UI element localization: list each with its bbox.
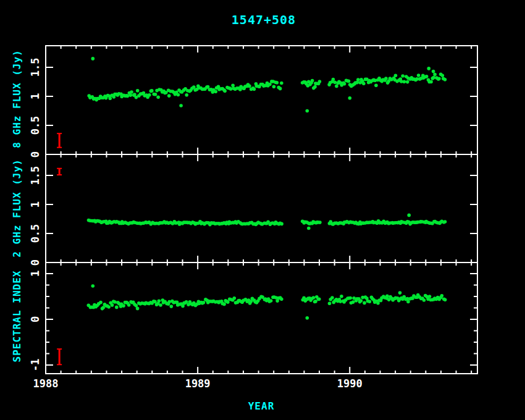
data-point — [129, 93, 133, 97]
panel-8ghz-flux: 00.511.5 — [29, 46, 477, 158]
data-point — [181, 304, 185, 308]
data-point — [432, 76, 435, 80]
x-ticks-2ghz-flux — [61, 154, 472, 262]
data-point — [136, 307, 140, 311]
panel-border-8ghz-flux — [46, 46, 477, 154]
data-point — [214, 90, 217, 93]
data-point — [167, 300, 171, 304]
y-tick-label: 1 — [29, 201, 41, 208]
data-point — [428, 295, 432, 298]
data-point — [269, 299, 273, 303]
data-point — [368, 300, 372, 303]
x-axis-label: YEAR — [248, 400, 275, 412]
data-point — [374, 83, 378, 87]
outlier-point — [91, 57, 95, 61]
y-ticks-spectral-index — [46, 274, 477, 365]
y-axis-label-2ghz: 2 GHz FLUX (Jy) — [11, 159, 23, 258]
data-point — [185, 93, 188, 97]
data-point — [115, 306, 119, 309]
y-axis-label-8ghz: 8 GHz FLUX (Jy) — [11, 49, 23, 148]
data-point — [253, 88, 256, 91]
y-tick-label: 1.5 — [29, 166, 41, 185]
data-point — [157, 299, 161, 303]
x-tick-label: 1989 — [185, 377, 211, 390]
y-tick-labels-2ghz-flux: 00.511.5 — [29, 166, 41, 266]
data-point — [417, 74, 421, 77]
data-point — [348, 296, 352, 300]
panel-spectral-index: -101 — [29, 262, 477, 374]
data-point — [334, 80, 337, 84]
data-point — [156, 95, 160, 99]
data-point — [440, 294, 444, 298]
data-point — [437, 77, 441, 80]
panel-border-2ghz-flux — [46, 154, 477, 262]
y-tick-label: 0.5 — [29, 224, 41, 243]
y-tick-label: 0 — [29, 151, 41, 158]
data-point — [362, 82, 366, 86]
y-tick-label: 1 — [29, 271, 41, 277]
x-tick-label: 1990 — [337, 377, 363, 390]
outlier-point — [91, 284, 95, 288]
data-point — [443, 78, 447, 82]
data-point — [443, 220, 447, 224]
scatter-points-8ghz-flux — [87, 57, 447, 112]
data-point — [318, 80, 322, 83]
data-point — [130, 90, 133, 94]
data-point — [126, 94, 130, 98]
data-point — [177, 93, 180, 97]
data-point — [202, 301, 206, 304]
data-point — [154, 93, 158, 96]
x-tick-label: 1988 — [33, 377, 59, 390]
data-point — [314, 300, 317, 303]
data-point — [312, 296, 316, 300]
x-ticks-spectral-index — [61, 262, 472, 374]
data-point — [313, 85, 317, 89]
data-point — [109, 96, 112, 100]
data-point — [385, 295, 389, 298]
data-point — [280, 82, 284, 85]
data-point — [231, 84, 235, 88]
data-point — [429, 80, 433, 84]
data-point — [406, 80, 410, 84]
outlier-point — [432, 70, 435, 74]
y-tick-labels-8ghz-flux: 00.511.5 — [29, 58, 41, 158]
data-point — [150, 89, 154, 93]
data-point — [332, 78, 335, 82]
data-point — [347, 80, 351, 83]
data-point — [403, 80, 406, 84]
data-point — [136, 89, 140, 93]
error-bar-2ghz-flux — [57, 169, 62, 175]
data-point — [167, 94, 171, 98]
data-point — [384, 77, 388, 80]
data-point — [328, 302, 332, 306]
data-point — [394, 74, 398, 78]
data-point — [153, 300, 157, 304]
outlier-point — [427, 67, 430, 70]
data-point — [441, 74, 445, 77]
outlier-point — [179, 104, 183, 107]
x-ticks-8ghz-flux — [61, 46, 472, 154]
data-point — [311, 79, 314, 83]
data-point — [363, 301, 366, 305]
outlier-point — [306, 316, 309, 320]
light-curve-figure: 1547+508 YEAR 8 GHz FLUX (Jy) 2 GHz FLUX… — [0, 0, 525, 420]
data-point — [351, 300, 355, 304]
plot-area: 00.511.500.511.5-101198819891990 — [29, 46, 477, 390]
data-point — [99, 301, 103, 304]
data-point — [280, 222, 284, 226]
outlier-point — [306, 109, 309, 113]
y-tick-label: 1.5 — [29, 58, 41, 77]
data-point — [122, 304, 125, 308]
data-point — [272, 85, 276, 88]
data-point — [226, 300, 230, 304]
data-point — [111, 303, 114, 307]
data-point — [422, 298, 426, 302]
y-axis-label-spectral-index: SPECTRAL INDEX — [11, 271, 23, 363]
data-point — [317, 298, 321, 301]
data-point — [330, 296, 334, 300]
y-tick-label: 0 — [29, 316, 41, 322]
outlier-point — [398, 291, 402, 295]
y-tick-labels-spectral-index: -101 — [29, 271, 41, 371]
y-tick-label: 0.5 — [29, 116, 41, 135]
data-point — [338, 300, 342, 303]
